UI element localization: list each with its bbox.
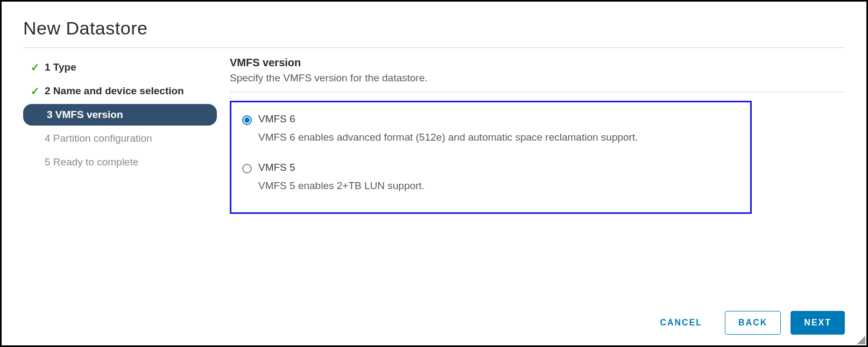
wizard-steps: ✓ 1 Type ✓ 2 Name and device selection ✓…: [23, 57, 217, 300]
wizard-content: VMFS version Specify the VMFS version fo…: [230, 57, 845, 300]
section-description: Specify the VMFS version for the datasto…: [230, 72, 845, 92]
wizard-step-label: 4 Partition configuration: [45, 133, 152, 144]
wizard-step-partition-config: ✓ 4 Partition configuration: [23, 128, 217, 149]
option-label: VMFS 5: [258, 162, 739, 174]
wizard-footer: CANCEL BACK NEXT: [23, 300, 845, 335]
resize-handle-icon[interactable]: [857, 336, 865, 344]
option-vmfs6[interactable]: VMFS 6 VMFS 6 enables advanced format (5…: [242, 113, 739, 156]
option-content: VMFS 5 VMFS 5 enables 2+TB LUN support.: [258, 162, 739, 192]
cancel-button[interactable]: CANCEL: [647, 311, 715, 334]
checkmark-icon: ✓: [30, 61, 40, 74]
radio-vmfs6[interactable]: [242, 115, 252, 125]
wizard-step-label: 3 VMFS version: [47, 109, 123, 121]
option-description: VMFS 6 enables advanced format (512e) an…: [258, 131, 739, 143]
new-datastore-modal: New Datastore ✓ 1 Type ✓ 2 Name and devi…: [0, 0, 868, 347]
wizard-step-name-device[interactable]: ✓ 2 Name and device selection: [23, 80, 217, 102]
wizard-step-label: 2 Name and device selection: [45, 85, 184, 97]
wizard-step-label: 5 Ready to complete: [45, 156, 138, 168]
option-description: VMFS 5 enables 2+TB LUN support.: [258, 180, 739, 192]
checkmark-icon: ✓: [30, 85, 40, 98]
option-vmfs5[interactable]: VMFS 5 VMFS 5 enables 2+TB LUN support.: [242, 162, 739, 192]
back-button[interactable]: BACK: [725, 311, 781, 335]
wizard-body: ✓ 1 Type ✓ 2 Name and device selection ✓…: [23, 57, 845, 300]
section-title: VMFS version: [230, 57, 845, 69]
option-label: VMFS 6: [258, 113, 739, 125]
page-title: New Datastore: [23, 18, 845, 48]
wizard-step-ready-complete: ✓ 5 Ready to complete: [23, 151, 217, 173]
wizard-step-vmfs-version[interactable]: ✓ 3 VMFS version: [23, 104, 217, 126]
vmfs-options-group: VMFS 6 VMFS 6 enables advanced format (5…: [230, 101, 752, 214]
wizard-step-label: 1 Type: [45, 61, 76, 73]
wizard-step-type[interactable]: ✓ 1 Type: [23, 57, 217, 78]
radio-vmfs5[interactable]: [242, 164, 252, 174]
next-button[interactable]: NEXT: [791, 311, 845, 335]
option-content: VMFS 6 VMFS 6 enables advanced format (5…: [258, 113, 739, 156]
